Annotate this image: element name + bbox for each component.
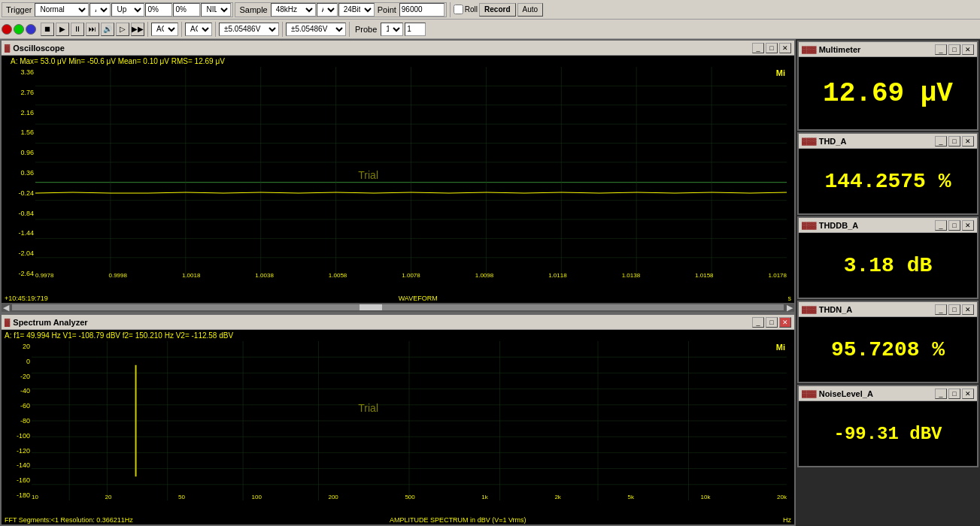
thda-close-btn[interactable]: ✕ (962, 136, 974, 147)
icon-btn-2[interactable]: ▶ (56, 23, 69, 36)
thd-a-value: 144.2575 % (824, 170, 951, 193)
main-area: ▓ Oscilloscope _ □ ✕ A: Max= 53.0 μV Min… (0, 39, 980, 526)
pct1-input[interactable]: 0% (145, 3, 172, 17)
thddb-minimize-btn[interactable]: _ (935, 220, 947, 231)
osc-scroll-area[interactable]: ◀ ▶ (2, 303, 794, 312)
pct2-input[interactable]: 0% (173, 3, 200, 17)
mm-close-btn[interactable]: ✕ (962, 44, 974, 55)
spec-footer-right: Hz (783, 516, 791, 524)
voltage-select-1[interactable]: ±5.05486V (219, 23, 279, 36)
thddb-maximize-btn[interactable]: □ (948, 220, 960, 231)
osc-y-0: 3.36 (3, 68, 34, 76)
thddb-a-titlebar: ▓▓▓ THDDB_A _ □ ✕ (799, 218, 977, 233)
direction-select[interactable]: UpDown (111, 3, 144, 17)
trigger-group: Trigger NormalAutoSingle AB UpDown 0% 0%… (2, 2, 233, 17)
ac-select-2[interactable]: ACDC (185, 23, 212, 36)
probe-val-select[interactable]: 1 (381, 23, 403, 36)
multimeter-panel: ▓▓▓ Multimeter _ □ ✕ 12.69 μV (797, 41, 978, 131)
top-toolbar: Trigger NormalAutoSingle AB UpDown 0% 0%… (0, 0, 980, 20)
icon-btn-6[interactable]: ▷ (116, 23, 129, 36)
icon-btn-7[interactable]: ▶▶ (131, 23, 144, 36)
noise-a-panel: ▓▓▓ NoiseLevel_A _ □ ✕ -99.31 dBV (797, 385, 978, 467)
thdn-maximize-btn[interactable]: □ (948, 304, 960, 315)
osc-close-btn[interactable]: ✕ (779, 43, 791, 53)
spec-close-btn[interactable]: ✕ (779, 317, 791, 328)
sample-label: Sample (237, 5, 269, 14)
mm-minimize-btn[interactable]: _ (935, 44, 947, 55)
icon-btn-5[interactable]: 🔊 (101, 23, 114, 36)
channel-select-a[interactable]: AB (90, 3, 111, 17)
noise-a-title: NoiseLevel_A (819, 389, 933, 398)
thd-a-titlebar: ▓▓▓ THD_A _ □ ✕ (799, 134, 977, 149)
osc-stats-header: A: Max= 53.0 μV Min= -50.6 μV Mean= 0.10… (2, 56, 794, 67)
mm-maximize-btn[interactable]: □ (948, 44, 960, 55)
spec-x-axis: 10 20 50 100 200 500 1k 2k 5k 10k 20k (32, 494, 787, 500)
spec-header-text: A: f1= 49.994 Hz V1= -108.79 dBV f2= 150… (5, 331, 233, 340)
osc-titlebar: ▓ Oscilloscope _ □ ✕ (2, 41, 794, 56)
osc-grid (35, 67, 787, 279)
icon-btn-1[interactable]: ⏹ (41, 23, 54, 36)
osc-title: Oscilloscope (13, 44, 751, 53)
trigger-mode-select[interactable]: NormalAutoSingle (35, 3, 89, 17)
icon-btn-3[interactable]: ⏸ (71, 23, 84, 36)
spec-minimize-btn[interactable]: _ (752, 317, 764, 328)
point-label: Point (375, 5, 399, 14)
osc-maximize-btn[interactable]: □ (766, 43, 778, 53)
nil-select[interactable]: NIL (201, 3, 231, 17)
noise-a-value: -99.31 dBV (833, 424, 942, 444)
spec-footer-left: FFT Segments:<1 Resolution: 0.366211Hz (5, 516, 133, 524)
thdn-close-btn[interactable]: ✕ (962, 304, 974, 315)
indicator-blue (26, 24, 36, 35)
thda-minimize-btn[interactable]: _ (935, 136, 947, 147)
spec-y-axis: 20 0 -20 -40 -60 -80 -100 -120 -140 -160… (2, 341, 32, 500)
multimeter-value: 12.69 μV (823, 78, 953, 109)
point-input[interactable]: 96000 (399, 3, 444, 17)
sample-rate-select[interactable]: 48kHz44.1kHz (271, 3, 316, 17)
thd-a-value-area: 144.2575 % (799, 149, 977, 213)
spec-header: A: f1= 49.994 Hz V1= -108.79 dBV f2= 150… (2, 330, 794, 341)
thddb-close-btn[interactable]: ✕ (962, 220, 974, 231)
thddb-a-panel: ▓▓▓ THDDB_A _ □ ✕ 3.18 dB (797, 216, 978, 299)
channel-b-select[interactable]: AB (317, 3, 338, 17)
osc-scroll-left[interactable]: ◀ (2, 303, 11, 313)
roll-checkbox[interactable] (454, 5, 463, 14)
probe-mult-input[interactable] (405, 23, 426, 36)
multimeter-title: Multimeter (819, 45, 933, 54)
osc-footer-center: WAVEFORM (399, 295, 438, 302)
spec-trial-label: Trial (358, 402, 378, 414)
thdn-a-panel: ▓▓▓ THDN_A _ □ ✕ 95.7208 % (797, 301, 978, 383)
probe-label: Probe (353, 25, 379, 34)
spec-footer: FFT Segments:<1 Resolution: 0.366211Hz A… (2, 515, 794, 524)
noise-close-btn[interactable]: ✕ (962, 388, 974, 399)
noise-maximize-btn[interactable]: □ (948, 388, 960, 399)
trigger-label: Trigger (4, 5, 34, 14)
osc-canvas: 3.36 2.76 2.16 1.56 0.96 0.36 -0.24 -0.8… (2, 67, 794, 294)
osc-minimize-btn[interactable]: _ (752, 43, 764, 53)
noise-a-value-area: -99.31 dBV (799, 401, 977, 466)
spec-title: Spectrum Analyzer (13, 318, 751, 327)
icon-btn-4[interactable]: ⏭ (86, 23, 99, 36)
thdn-a-titlebar: ▓▓▓ THDN_A _ □ ✕ (799, 302, 977, 317)
osc-y-1: 2.76 (3, 89, 34, 96)
osc-scrollbar[interactable] (12, 304, 784, 310)
bit-depth-select[interactable]: 24Bit16Bit (338, 3, 375, 17)
voltage-select-2[interactable]: ±5.05486V (286, 23, 346, 36)
spectrum-panel: ▓ Spectrum Analyzer _ □ ✕ A: f1= 49.994 … (0, 313, 796, 526)
osc-x-axis: 0.9978 0.9998 1.0018 1.0038 1.0058 1.007… (35, 272, 787, 279)
osc-scrollbar-thumb[interactable] (360, 304, 382, 310)
ac-select-1[interactable]: ACDC (151, 23, 178, 36)
osc-stats: A: Max= 53.0 μV Min= -50.6 μV Mean= 0.10… (11, 57, 225, 65)
noise-minimize-btn[interactable]: _ (935, 388, 947, 399)
spec-maximize-btn[interactable]: □ (766, 317, 778, 328)
osc-scroll-right[interactable]: ▶ (785, 303, 794, 313)
osc-y-3: 1.56 (3, 128, 34, 136)
osc-footer-left: +10:45:19:719 (5, 295, 48, 302)
auto-button[interactable]: Auto (517, 3, 544, 17)
osc-y-9: -2.04 (3, 249, 34, 257)
roll-checkbox-label[interactable]: Roll (454, 5, 478, 14)
record-button[interactable]: Record (479, 3, 515, 17)
thd-a-title: THD_A (819, 137, 933, 146)
thda-maximize-btn[interactable]: □ (948, 136, 960, 147)
osc-y-10: -2.64 (3, 270, 34, 277)
thdn-minimize-btn[interactable]: _ (935, 304, 947, 315)
